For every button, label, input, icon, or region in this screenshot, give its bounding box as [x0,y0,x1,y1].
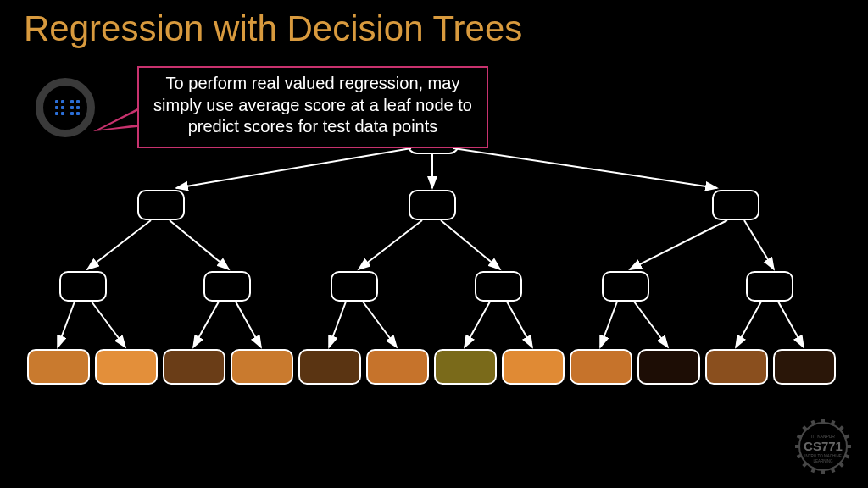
speech-callout: To perform real valued regression, may s… [137,66,488,148]
